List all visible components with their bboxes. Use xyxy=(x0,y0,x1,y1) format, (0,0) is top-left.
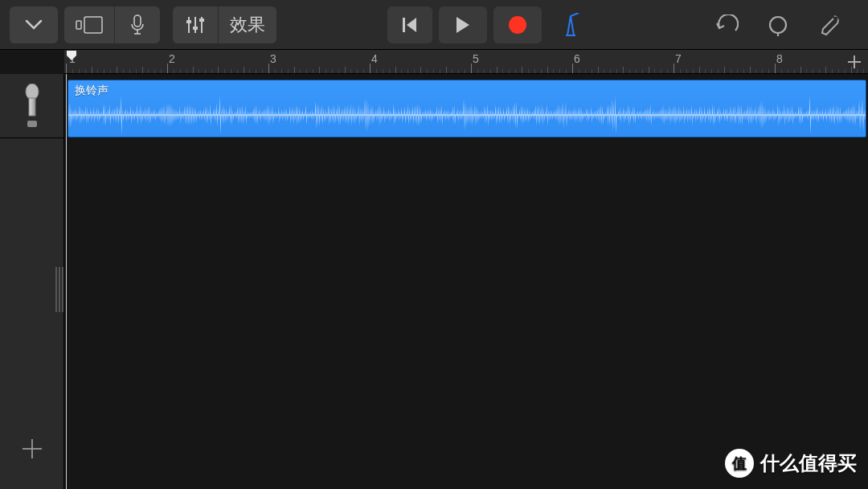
audio-region[interactable]: 换铃声 xyxy=(68,80,866,138)
play-icon xyxy=(455,15,471,35)
fx-label: 效果 xyxy=(222,13,273,37)
go-to-start-button[interactable] xyxy=(387,6,432,43)
bar-number: 3 xyxy=(270,52,276,65)
timeline[interactable]: 换铃声 xyxy=(64,74,868,489)
previous-icon xyxy=(402,16,418,34)
record-button[interactable] xyxy=(493,6,542,43)
playhead-line[interactable] xyxy=(66,74,67,489)
svg-rect-11 xyxy=(403,18,405,32)
panel-drag-handle[interactable] xyxy=(55,267,64,312)
svg-rect-10 xyxy=(199,18,204,22)
watermark-text: 什么值得买 xyxy=(760,450,857,476)
loop-browser-button[interactable] xyxy=(755,6,800,43)
track-headers xyxy=(0,74,64,489)
svg-rect-22 xyxy=(27,121,37,127)
add-section-button[interactable] xyxy=(844,51,865,72)
track-view-button[interactable] xyxy=(64,6,114,43)
track-view-icon xyxy=(76,16,103,34)
toolbar: 效果 xyxy=(0,0,868,50)
microphone-icon xyxy=(21,84,43,129)
svg-rect-6 xyxy=(186,20,191,23)
svg-rect-2 xyxy=(134,15,141,27)
watermark-badge: 值 xyxy=(725,449,754,478)
bar-number: 5 xyxy=(473,52,479,65)
track-header[interactable] xyxy=(0,74,63,138)
svg-point-20 xyxy=(26,84,39,100)
timeline-ruler[interactable]: 1 2 3 4 5 6 7 8 xyxy=(64,50,868,74)
watermark: 值 什么值得买 xyxy=(725,449,857,478)
svg-line-13 xyxy=(571,13,579,16)
microphone-icon xyxy=(130,14,145,35)
bar-number: 7 xyxy=(675,52,682,65)
bar-number: 4 xyxy=(371,52,378,65)
metronome-button[interactable] xyxy=(548,6,593,43)
svg-point-12 xyxy=(509,16,526,34)
svg-rect-21 xyxy=(29,98,35,116)
tracks-area: 换铃声 xyxy=(0,74,868,489)
browser-menu-button[interactable] xyxy=(10,6,58,43)
waveform xyxy=(68,97,866,134)
bar-number: 2 xyxy=(169,52,175,65)
record-icon xyxy=(507,14,528,35)
wrench-icon xyxy=(818,14,841,36)
sliders-icon xyxy=(185,15,206,35)
undo-button[interactable] xyxy=(704,6,749,43)
song-settings-button[interactable] xyxy=(807,6,852,43)
svg-point-15 xyxy=(770,17,786,33)
svg-rect-1 xyxy=(84,17,102,33)
svg-point-17 xyxy=(834,16,838,20)
playhead-marker[interactable] xyxy=(66,50,77,61)
metronome-icon xyxy=(559,13,582,37)
undo-icon xyxy=(714,14,739,35)
track-settings-button[interactable] xyxy=(173,6,218,43)
plus-icon xyxy=(847,55,862,69)
chevron-down-icon xyxy=(25,19,43,31)
add-track-button[interactable] xyxy=(0,425,64,473)
svg-rect-0 xyxy=(76,21,81,29)
plus-icon xyxy=(21,438,43,460)
microphone-button[interactable] xyxy=(115,6,160,43)
loop-icon xyxy=(767,14,789,36)
fx-button[interactable]: 效果 xyxy=(219,6,276,43)
play-button[interactable] xyxy=(439,6,487,43)
bar-number: 6 xyxy=(574,52,580,65)
svg-rect-8 xyxy=(193,27,198,30)
bar-number: 8 xyxy=(776,52,783,65)
